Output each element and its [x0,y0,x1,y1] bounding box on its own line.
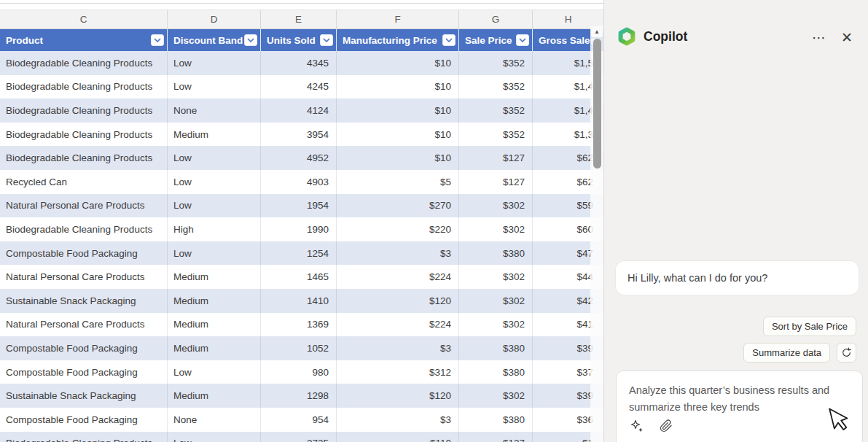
table-cell[interactable]: 2735 [261,432,337,442]
table-cell[interactable]: Sustainable Snack Packaging [0,384,168,408]
table-cell[interactable]: $302 [459,384,533,408]
table-cell[interactable]: 1410 [261,289,337,313]
table-cell[interactable]: 4245 [261,75,337,99]
table-cell[interactable]: Sustainable Snack Packaging [0,289,168,313]
table-cell[interactable]: $10 [337,146,459,170]
table-cell[interactable]: $380 [459,408,533,432]
table-cell[interactable]: $312 [337,360,459,384]
table-cell[interactable]: 1254 [261,241,337,265]
table-row[interactable]: Biodegradable Cleaning ProductsLow4345$1… [0,51,603,75]
table-cell[interactable]: $10 [337,98,459,123]
table-cell[interactable]: Low [168,194,261,218]
table-row[interactable]: Natural Personal Care ProductsLow1954$27… [0,194,603,218]
table-row[interactable]: Sustainable Snack PackagingMedium1298$12… [0,384,603,408]
table-cell[interactable]: 1990 [261,217,337,241]
table-row[interactable]: Natural Personal Care ProductsMedium1369… [0,313,603,337]
table-cell[interactable]: $352 [459,123,533,147]
filter-button[interactable] [516,34,529,46]
table-cell[interactable]: $120 [337,289,459,313]
table-cell[interactable]: 1369 [261,313,337,337]
table-header-product[interactable]: Product [0,29,168,51]
scroll-up-arrow[interactable]: ▲ [591,26,603,37]
table-cell[interactable]: $127 [459,146,533,170]
table-cell[interactable]: Recycled Can [0,170,168,194]
table-cell[interactable]: Compostable Food Packaging [0,408,168,432]
table-header-units-sold[interactable]: Units Sold [261,29,337,51]
table-cell[interactable]: Medium [168,265,261,289]
table-cell[interactable]: Medium [168,336,261,360]
table-cell[interactable]: $302 [459,289,533,313]
table-cell[interactable]: 1298 [261,384,337,408]
table-row[interactable]: Biodegradable Cleaning ProductsMedium395… [0,123,603,147]
table-cell[interactable]: $5 [337,170,459,194]
table-cell[interactable]: $380 [459,336,533,360]
table-row[interactable]: Biodegradable Cleaning ProductsLow4245$1… [0,75,603,99]
table-cell[interactable]: $352 [459,51,533,75]
table-cell[interactable]: Natural Personal Care Products [0,265,168,289]
table-cell[interactable]: None [168,408,261,432]
column-letter-g[interactable]: G [459,10,533,28]
table-cell[interactable]: Biodegradable Cleaning Products [0,75,168,99]
table-row[interactable]: Biodegradable Cleaning ProductsNone4124$… [0,98,603,123]
table-cell[interactable]: 4952 [261,146,337,170]
refresh-suggestions-button[interactable] [837,343,856,362]
table-cell[interactable]: Biodegradable Cleaning Products [0,432,168,442]
table-cell[interactable]: 4345 [261,51,337,75]
table-cell[interactable]: Low [168,170,261,194]
table-cell[interactable]: $270 [337,194,459,218]
table-cell[interactable]: Low [168,146,261,170]
table-row[interactable]: Recycled CanLow4903$5$127$62 [0,170,603,194]
table-cell[interactable]: 4124 [261,98,337,123]
table-cell[interactable]: $302 [459,194,533,218]
table-cell[interactable]: $380 [459,360,533,384]
table-cell[interactable]: $224 [337,313,459,337]
table-row[interactable]: Compostable Food PackagingNone954$3$380$… [0,408,603,432]
table-header-discount-band[interactable]: Discount Band [168,29,261,51]
suggestion-chip-sort[interactable]: Sort by Sale Price [763,317,856,336]
table-cell[interactable]: Low [168,75,261,99]
close-button[interactable]: ✕ [836,26,858,48]
table-cell[interactable]: Medium [168,289,261,313]
table-cell[interactable]: $127 [459,170,533,194]
table-cell[interactable]: Natural Personal Care Products [0,313,168,337]
table-cell[interactable]: $3 [337,241,459,265]
column-letter-c[interactable]: C [0,10,168,28]
copilot-input-text[interactable]: Analyze this quarter’s business results … [629,382,850,416]
copilot-input[interactable]: Analyze this quarter’s business results … [616,371,863,442]
table-cell[interactable]: $302 [459,217,533,241]
table-cell[interactable]: Medium [168,313,261,337]
table-cell[interactable]: $3 [337,408,459,432]
table-cell[interactable]: 4903 [261,170,337,194]
table-cell[interactable]: $120 [337,384,459,408]
table-cell[interactable]: Biodegradable Cleaning Products [0,217,168,241]
table-cell[interactable]: None [168,98,261,123]
table-cell[interactable]: 1052 [261,336,337,360]
attach-file-button[interactable] [658,418,674,434]
table-cell[interactable]: 1954 [261,194,337,218]
table-cell[interactable]: $10 [337,51,459,75]
table-cell[interactable]: Medium [168,123,261,147]
filter-button[interactable] [442,34,455,46]
table-cell[interactable]: Low [168,241,261,265]
table-cell[interactable]: $302 [459,265,533,289]
table-cell[interactable]: High [168,217,261,241]
table-row[interactable]: Biodegradable Cleaning ProductsHigh1990$… [0,217,603,241]
table-cell[interactable]: Natural Personal Care Products [0,194,168,218]
table-cell[interactable]: $224 [337,265,459,289]
table-header-manufacturing-price[interactable]: Manufacturing Price [337,29,459,51]
table-cell[interactable]: Compostable Food Packaging [0,336,168,360]
table-cell[interactable]: Medium [168,384,261,408]
table-cell[interactable]: Biodegradable Cleaning Products [0,123,168,147]
filter-button[interactable] [320,34,333,46]
table-cell[interactable]: 3954 [261,123,337,147]
table-cell[interactable]: Low [168,51,261,75]
table-cell[interactable]: $220 [337,217,459,241]
filter-button[interactable] [244,34,257,46]
table-row[interactable]: Compostable Food PackagingLow1254$3$380$… [0,241,603,265]
table-cell[interactable]: $352 [459,75,533,99]
table-cell[interactable]: Biodegradable Cleaning Products [0,146,168,170]
table-header-sale-price[interactable]: Sale Price [459,29,533,51]
table-cell[interactable]: $110 [337,432,459,442]
table-cell[interactable]: Compostable Food Packaging [0,241,168,265]
table-row[interactable]: Natural Personal Care ProductsMedium1465… [0,265,603,289]
